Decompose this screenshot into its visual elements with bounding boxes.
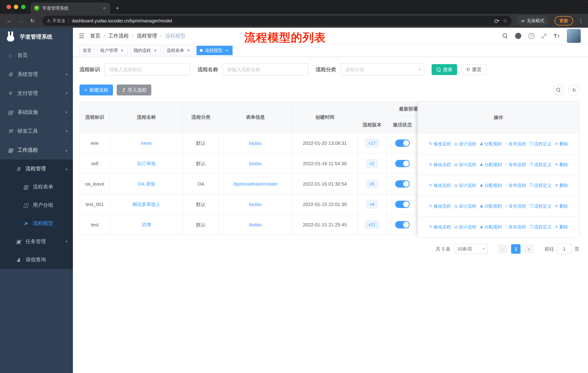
current-page-button[interactable]: 1 — [511, 244, 521, 254]
fullscreen-icon[interactable] — [542, 33, 546, 39]
form-info-link[interactable]: biubiu — [249, 161, 262, 166]
process-name-link[interactable]: 滔博 — [142, 222, 151, 227]
breadcrumb-workflow[interactable]: 工作流程 — [104, 32, 129, 39]
tag-close-icon[interactable] — [153, 48, 158, 53]
action-delete[interactable]: ✕删除 — [555, 141, 568, 147]
action-modify-process[interactable]: ✎修改流程 — [429, 224, 451, 230]
process-name-link[interactable]: 测试多审批人 — [132, 202, 161, 207]
zoom-window-button[interactable] — [21, 5, 26, 9]
sidebar-item-process-form[interactable]: 流程表单 — [0, 178, 73, 196]
action-assign-rule[interactable]: ♟分配规则 — [480, 182, 502, 188]
action-design-process[interactable]: ◎设计流程 — [454, 182, 476, 188]
active-toggle[interactable] — [395, 140, 410, 147]
tag-process-form[interactable]: 流程表单 — [163, 46, 194, 55]
action-publish-process[interactable]: ☝发布流程 — [505, 224, 526, 230]
user-avatar[interactable] — [567, 29, 581, 43]
action-assign-rule[interactable]: ♟分配规则 — [480, 203, 502, 209]
form-info-link[interactable]: /bpm/oa/leave/create — [233, 181, 278, 187]
action-delete[interactable]: ✕删除 — [555, 203, 568, 209]
sidebar-item-dev-tools[interactable]: 研发工具 — [0, 122, 73, 141]
minimize-window-button[interactable] — [14, 5, 18, 9]
github-icon[interactable] — [515, 33, 521, 39]
help-icon[interactable] — [529, 33, 535, 39]
new-tab-button[interactable] — [112, 3, 123, 13]
page-size-select[interactable]: 10条/页 — [454, 244, 488, 254]
tag-close-icon[interactable] — [224, 48, 229, 53]
breadcrumb-process-mgmt[interactable]: 流程管理 — [132, 32, 157, 39]
action-assign-rule[interactable]: ♟分配规则 — [480, 162, 502, 168]
action-delete[interactable]: ✕删除 — [555, 182, 568, 188]
password-key-icon[interactable] — [494, 19, 500, 22]
sidebar-item-process-model[interactable]: 流程模型 — [0, 214, 73, 232]
action-modify-process[interactable]: ✎修改流程 — [429, 203, 451, 209]
form-info-link[interactable]: biubiu — [249, 202, 262, 207]
action-design-process[interactable]: ◎设计流程 — [454, 141, 476, 147]
action-publish-process[interactable]: ☝发布流程 — [505, 203, 526, 209]
form-info-link[interactable]: biubiu — [249, 222, 262, 227]
breadcrumb-home[interactable]: 首页 — [90, 32, 100, 39]
tag-tenant-mgmt[interactable]: 租户管理 — [97, 46, 128, 55]
tag-home[interactable]: 首页 — [79, 46, 95, 55]
font-size-icon[interactable] — [554, 33, 560, 39]
active-toggle[interactable] — [395, 201, 410, 208]
sidebar-item-system-mgmt[interactable]: 系统管理 — [0, 65, 73, 84]
action-publish-process[interactable]: ☝发布流程 — [505, 141, 526, 147]
tag-my-process[interactable]: 我的流程 — [130, 46, 161, 55]
action-process-definition[interactable]: ❒流程定义 — [529, 203, 552, 209]
tag-process-model[interactable]: 流程模型 — [197, 46, 232, 55]
action-assign-rule[interactable]: ♟分配规则 — [480, 141, 502, 147]
active-toggle[interactable] — [395, 221, 410, 228]
header-search-icon[interactable] — [503, 33, 508, 39]
sidebar-item-task-mgmt[interactable]: 任务管理 — [0, 232, 73, 251]
address-bar[interactable]: 不安全 dashboard.yudao.iocoder.cn/bpm/manag… — [42, 16, 512, 26]
bookmark-star-icon[interactable] — [503, 18, 507, 24]
next-page-button[interactable] — [524, 244, 534, 254]
action-modify-process[interactable]: ✎修改流程 — [429, 141, 451, 147]
action-publish-process[interactable]: ☝发布流程 — [505, 182, 526, 188]
active-toggle[interactable] — [395, 160, 410, 167]
action-process-definition[interactable]: ❒流程定义 — [529, 141, 552, 147]
security-indicator[interactable]: 不安全 — [47, 18, 66, 24]
search-button[interactable]: 搜索 — [432, 64, 457, 75]
sidebar-item-home[interactable]: 首页 — [0, 46, 73, 65]
category-select[interactable]: 流程分类 — [340, 63, 424, 76]
reset-button[interactable]: 重置 — [461, 64, 487, 75]
toggle-search-button[interactable] — [553, 84, 564, 95]
action-design-process[interactable]: ◎设计流程 — [454, 162, 476, 168]
action-modify-process[interactable]: ✎修改流程 — [429, 162, 451, 168]
tag-close-icon[interactable] — [120, 48, 125, 53]
process-key-input[interactable] — [104, 63, 190, 76]
action-process-definition[interactable]: ❒流程定义 — [529, 182, 552, 188]
process-name-link[interactable]: eeee — [141, 141, 152, 146]
process-name-link[interactable]: 自己审批 — [137, 161, 156, 166]
sidebar-item-user-group[interactable]: 用户分组 — [0, 196, 73, 214]
sidebar-fold-icon[interactable] — [79, 32, 84, 40]
sidebar-item-process-mgmt[interactable]: 流程管理 — [0, 160, 73, 178]
import-process-button[interactable]: 导入流程 — [117, 84, 151, 95]
back-button[interactable] — [4, 16, 14, 26]
action-publish-process[interactable]: ☝发布流程 — [505, 162, 526, 168]
action-delete[interactable]: ✕删除 — [555, 224, 568, 230]
action-assign-rule[interactable]: ♟分配规则 — [480, 224, 502, 230]
reload-button[interactable] — [28, 16, 37, 26]
prev-page-button[interactable] — [498, 244, 507, 254]
forward-button[interactable] — [16, 16, 26, 26]
tag-close-icon[interactable] — [186, 48, 191, 53]
browser-menu-icon[interactable] — [578, 18, 584, 24]
action-modify-process[interactable]: ✎修改流程 — [429, 182, 451, 188]
action-process-definition[interactable]: ❒流程定义 — [529, 224, 552, 230]
refresh-table-button[interactable] — [568, 84, 579, 95]
active-toggle[interactable] — [395, 180, 410, 188]
process-name-link[interactable]: OA 请假 — [138, 181, 155, 187]
action-design-process[interactable]: ◎设计流程 — [454, 203, 476, 209]
sidebar-item-leave-query[interactable]: 请假查询 — [0, 251, 73, 269]
close-window-button[interactable] — [7, 5, 11, 9]
process-name-input[interactable] — [222, 63, 308, 76]
incognito-badge[interactable]: 无痕模式 — [517, 16, 549, 26]
sidebar-item-payment-mgmt[interactable]: 支付管理 — [0, 84, 73, 103]
goto-page-input[interactable] — [557, 244, 572, 254]
create-process-button[interactable]: 新建流程 — [79, 84, 113, 95]
update-button[interactable]: 更新 — [555, 16, 573, 26]
sidebar-item-infrastructure[interactable]: 基础设施 — [0, 103, 73, 122]
form-info-link[interactable]: biubiu — [249, 141, 262, 146]
